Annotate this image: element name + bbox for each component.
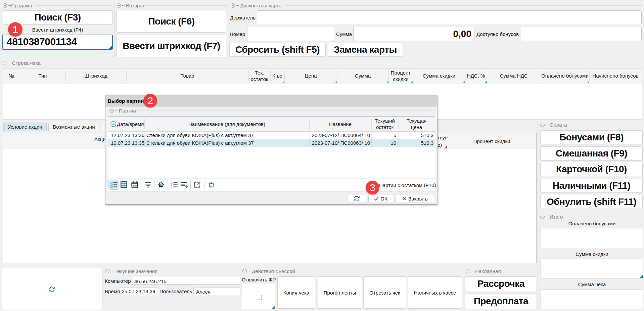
svg-text:3: 3 [171,186,173,189]
